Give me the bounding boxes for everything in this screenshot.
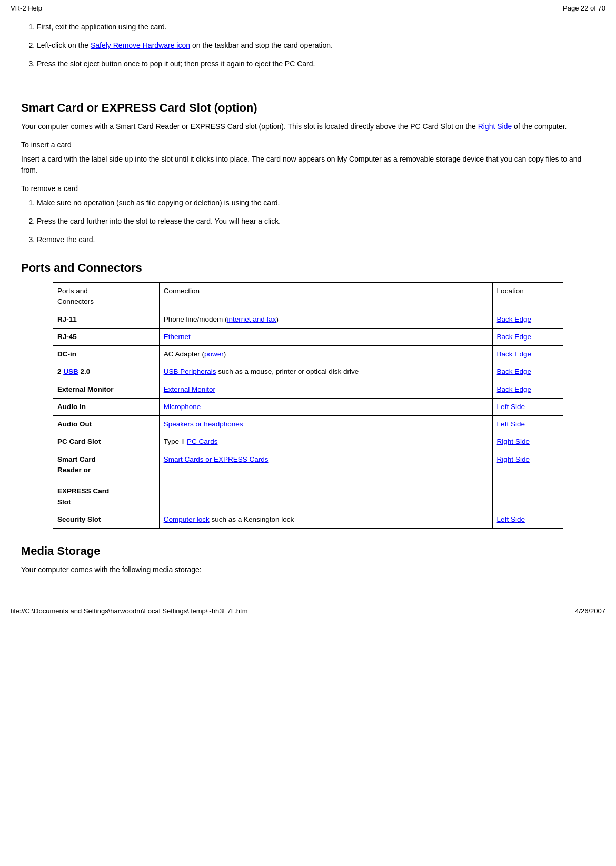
page-number: Page 22 of 70 [563,4,605,12]
back-edge-link-dcin[interactable]: Back Edge [497,350,531,358]
smart-card-intro: Your computer comes with a Smart Card Re… [21,121,595,132]
microphone-link[interactable]: Microphone [164,403,201,411]
smart-card-heading: Smart Card or EXPRESS Card Slot (option) [21,101,595,115]
loc-audio-out: Left Side [492,416,563,433]
port-rj45: RJ-45 [53,328,160,345]
to-insert-label: To insert a card [21,140,595,151]
insert-desc: Insert a card with the label side up int… [21,154,595,176]
media-storage-desc: Your computer comes with the following m… [21,564,595,575]
port-smart-card: Smart CardReader orEXPRESS CardSlot [53,451,160,511]
port-rj11: RJ-11 [53,311,160,328]
remove-card-steps: Make sure no operation (such as file cop… [37,197,595,245]
conn-rj45: Ethernet [159,328,492,345]
col-header-port: Ports andConnectors [53,283,160,311]
smart-cards-link[interactable]: Smart Cards or EXPRESS Cards [164,455,269,463]
conn-security: Computer lock such as a Kensington lock [159,511,492,528]
loc-ext-monitor: Back Edge [492,381,563,398]
loc-security: Left Side [492,511,563,528]
table-row: RJ-45 Ethernet Back Edge [53,328,563,345]
loc-smart-card: Right Side [492,451,563,511]
back-edge-link-rj11[interactable]: Back Edge [497,315,531,323]
port-dcin: DC-in [53,346,160,363]
conn-rj11: Phone line/modem (internet and fax) [159,311,492,328]
internet-fax-link[interactable]: internet and fax [227,315,276,323]
remove-step-1: Make sure no operation (such as file cop… [37,197,595,208]
safely-remove-link[interactable]: Safely Remove Hardware icon [91,41,190,49]
power-link[interactable]: power [204,350,224,358]
ports-table: Ports andConnectors Connection Location … [53,282,563,529]
table-row: 2 USB 2.0 USB Peripherals such as a mous… [53,363,563,381]
left-side-link-security[interactable]: Left Side [497,515,525,523]
computer-lock-link[interactable]: Computer lock [164,515,210,523]
col-header-connection: Connection [159,283,492,311]
footer-date: 4/26/2007 [575,607,605,615]
table-row: External Monitor External Monitor Back E… [53,381,563,398]
table-row: DC-in AC Adapter (power) Back Edge [53,346,563,363]
step-1: First, exit the application using the ca… [37,22,595,33]
table-row: RJ-11 Phone line/modem (internet and fax… [53,311,563,328]
right-side-link-smartcard[interactable]: Right Side [497,455,530,463]
right-side-link-intro[interactable]: Right Side [478,122,512,131]
table-row: PC Card Slot Type II PC Cards Right Side [53,433,563,451]
back-edge-link-usb[interactable]: Back Edge [497,367,531,375]
left-side-link-audioout[interactable]: Left Side [497,420,525,428]
app-title: VR-2 Help [11,4,42,12]
conn-usb: USB Peripherals such as a mouse, printer… [159,363,492,381]
loc-audio-in: Left Side [492,398,563,415]
table-header-row: Ports andConnectors Connection Location [53,283,563,311]
to-remove-label: To remove a card [21,183,595,194]
ethernet-link[interactable]: Ethernet [164,333,191,341]
table-row: Audio Out Speakers or headphones Left Si… [53,416,563,433]
conn-smart-card: Smart Cards or EXPRESS Cards [159,451,492,511]
port-usb: 2 USB 2.0 [53,363,160,381]
table-row: Audio In Microphone Left Side [53,398,563,415]
port-security: Security Slot [53,511,160,528]
right-side-link-pccard[interactable]: Right Side [497,437,530,445]
back-edge-link-rj45[interactable]: Back Edge [497,333,531,341]
conn-ext-monitor: External Monitor [159,381,492,398]
remove-step-2: Press the card further into the slot to … [37,216,595,227]
remove-pc-card-steps: First, exit the application using the ca… [37,22,595,69]
loc-rj11: Back Edge [492,311,563,328]
left-side-link-audioin[interactable]: Left Side [497,403,525,411]
conn-audio-out: Speakers or headphones [159,416,492,433]
file-path: file://C:\Documents and Settings\harwood… [11,607,248,615]
conn-pc-card: Type II PC Cards [159,433,492,451]
loc-rj45: Back Edge [492,328,563,345]
remove-step-3: Remove the card. [37,234,595,245]
conn-audio-in: Microphone [159,398,492,415]
loc-usb: Back Edge [492,363,563,381]
table-row: Smart CardReader orEXPRESS CardSlot Smar… [53,451,563,511]
loc-dcin: Back Edge [492,346,563,363]
step-2: Left-click on the Safely Remove Hardware… [37,40,595,51]
port-pc-card: PC Card Slot [53,433,160,451]
usb-peripherals-link[interactable]: USB Peripherals [164,367,216,375]
speakers-link[interactable]: Speakers or headphones [164,420,243,428]
usb-link[interactable]: USB [63,367,78,375]
port-audio-out: Audio Out [53,416,160,433]
media-storage-heading: Media Storage [21,544,595,558]
port-audio-in: Audio In [53,398,160,415]
step-3: Press the slot eject button once to pop … [37,58,595,69]
loc-pc-card: Right Side [492,433,563,451]
port-ext-monitor: External Monitor [53,381,160,398]
col-header-location: Location [492,283,563,311]
ports-heading: Ports and Connectors [21,261,595,275]
back-edge-link-extmon[interactable]: Back Edge [497,385,531,393]
conn-dcin: AC Adapter (power) [159,346,492,363]
pc-cards-link[interactable]: PC Cards [187,437,218,445]
table-row: Security Slot Computer lock such as a Ke… [53,511,563,528]
external-monitor-link[interactable]: External Monitor [164,385,215,393]
